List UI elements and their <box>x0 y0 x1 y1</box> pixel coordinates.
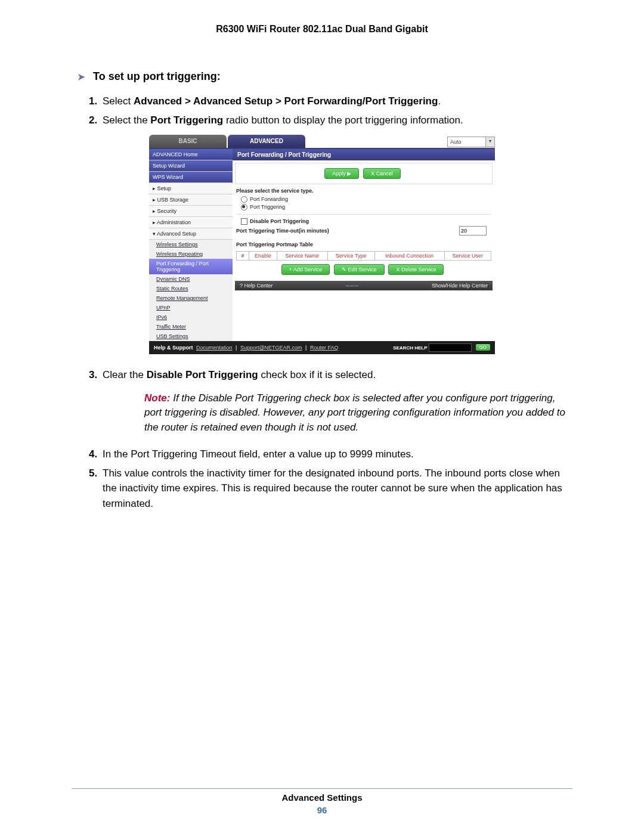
note-label: Note: <box>144 392 170 404</box>
col-service-type: Service Type <box>327 252 374 261</box>
sidebar-traffic-meter[interactable]: Traffic Meter <box>149 322 233 332</box>
step-5: This value controls the inactivity timer… <box>100 466 572 512</box>
help-center-label[interactable]: ? Help Center <box>240 283 273 289</box>
tab-advanced[interactable]: ADVANCED <box>228 135 305 148</box>
sidebar-dynamic-dns[interactable]: Dynamic DNS <box>149 274 233 284</box>
sidebar-usb-storage[interactable]: ▸ USB Storage <box>149 194 233 206</box>
sidebar-advanced-setup[interactable]: ▾ Advanced Setup <box>149 228 233 240</box>
radio-port-forwarding[interactable]: Port Forwarding <box>241 196 491 203</box>
step-1: Select Advanced > Advanced Setup > Port … <box>100 94 572 109</box>
link-support-email[interactable]: Support@NETGEAR.com <box>240 345 302 351</box>
footer-page-number: 96 <box>72 805 572 815</box>
delete-service-button[interactable]: X Delete Service <box>388 264 444 275</box>
tab-basic[interactable]: BASIC <box>149 135 227 148</box>
cancel-button[interactable]: X Cancel <box>363 168 401 179</box>
drag-handle-icon[interactable]: ─── <box>346 283 359 289</box>
support-bar: Help & Support Documentation | Support@N… <box>149 341 495 354</box>
col-inbound: Inbound Connection <box>374 252 444 261</box>
steps-list: Select Advanced > Advanced Setup > Port … <box>100 94 572 128</box>
step-3: Clear the Disable Port Triggering check … <box>100 367 572 435</box>
sidebar-wps-wizard[interactable]: WPS Wizard <box>149 172 233 183</box>
sidebar-usb-settings[interactable]: USB Settings <box>149 332 233 341</box>
sidebar-port-forwarding[interactable]: Port Forwarding / Port Triggering <box>149 259 233 274</box>
footer-title: Advanced Settings <box>72 792 572 803</box>
timeout-label: Port Triggering Time-out(in minutes) <box>236 228 329 234</box>
section-heading: ➤ To set up port triggering: <box>78 70 572 83</box>
sidebar-ipv6[interactable]: IPv6 <box>149 312 233 322</box>
step-4: In the Port Triggering Timeout field, en… <box>100 447 572 462</box>
sidebar-upnp[interactable]: UPnP <box>149 303 233 312</box>
checkbox-disable-port-triggering[interactable]: Disable Port Triggering <box>241 218 491 225</box>
content-panel: Port Forwarding / Port Triggering Apply … <box>233 149 495 341</box>
sidebar-static-routes[interactable]: Static Routes <box>149 284 233 293</box>
apply-button[interactable]: Apply ▶ <box>324 168 359 179</box>
link-documentation[interactable]: Documentation <box>196 345 233 351</box>
sidebar-advanced-home[interactable]: ADVANCED Home <box>149 149 233 160</box>
portmap-table: # Enable Service Name Service Type Inbou… <box>236 251 491 261</box>
search-input[interactable] <box>429 343 472 352</box>
doc-header: R6300 WiFi Router 802.11ac Dual Band Gig… <box>72 24 572 35</box>
sidebar-administration[interactable]: ▸ Administration <box>149 217 233 228</box>
portmap-title: Port Triggering Portmap Table <box>236 241 491 247</box>
arrow-icon: ➤ <box>78 72 85 82</box>
sidebar-setup[interactable]: ▸ Setup <box>149 183 233 194</box>
help-support-label: Help & Support <box>154 345 193 351</box>
note-block: Note: If the Disable Port Triggering che… <box>144 391 572 435</box>
col-enable: Enable <box>249 252 277 261</box>
page-footer: Advanced Settings 96 <box>72 788 572 815</box>
step-2: Select the Port Triggering radio button … <box>100 113 572 128</box>
steps-list-continued: Clear the Disable Port Triggering check … <box>100 367 572 511</box>
select-service-type-label: Please select the service type. <box>236 188 491 194</box>
sidebar-security[interactable]: ▸ Security <box>149 206 233 217</box>
showhide-help-link[interactable]: Show/Hide Help Center <box>432 283 488 289</box>
sidebar-wireless-repeating[interactable]: Wireless Repeating <box>149 249 233 259</box>
col-service-user: Service User <box>444 252 491 261</box>
sidebar-wireless-settings[interactable]: Wireless Settings <box>149 240 233 249</box>
radio-port-triggering[interactable]: Port Triggering <box>241 204 491 210</box>
timeout-input[interactable] <box>459 226 487 236</box>
section-heading-text: To set up port triggering: <box>93 70 221 82</box>
sidebar-remote-management[interactable]: Remote Management <box>149 293 233 303</box>
link-router-faq[interactable]: Router FAQ <box>310 345 339 351</box>
router-screenshot: BASIC ADVANCED Auto ▾ ADVANCED Home Setu… <box>149 135 495 354</box>
go-button[interactable]: GO <box>476 344 490 351</box>
auto-dropdown[interactable]: Auto ▾ <box>447 137 495 147</box>
add-service-button[interactable]: + Add Service <box>281 264 330 275</box>
note-text: If the Disable Port Triggering check box… <box>144 392 565 433</box>
col-num: # <box>237 252 249 261</box>
content-title: Port Forwarding / Port Triggering <box>233 149 495 160</box>
search-help-label: SEARCH HELP <box>393 345 427 351</box>
edit-service-button[interactable]: ✎ Edit Service <box>334 264 385 275</box>
sidebar: ADVANCED Home Setup Wizard WPS Wizard ▸ … <box>149 149 233 341</box>
sidebar-setup-wizard[interactable]: Setup Wizard <box>149 160 233 172</box>
chevron-down-icon: ▾ <box>485 137 494 147</box>
col-service-name: Service Name <box>277 252 327 261</box>
